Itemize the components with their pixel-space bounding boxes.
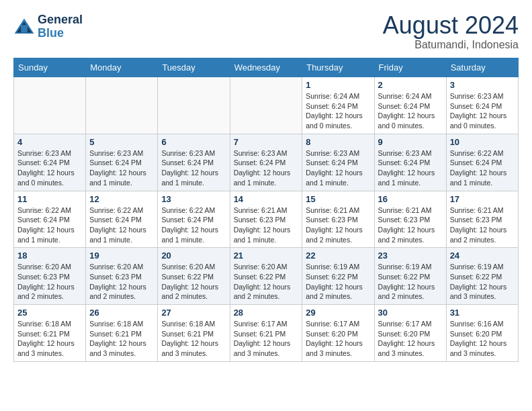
- weekday-header-sunday: Sunday: [14, 58, 86, 77]
- calendar-cell: 6Sunrise: 6:23 AMSunset: 6:24 PMDaylight…: [158, 134, 230, 191]
- day-number: 4: [17, 137, 82, 147]
- calendar-cell: 29Sunrise: 6:17 AMSunset: 6:20 PMDayligh…: [302, 305, 374, 362]
- weekday-header-thursday: Thursday: [302, 58, 374, 77]
- day-info: Sunrise: 6:20 AMSunset: 6:23 PMDaylight:…: [17, 262, 82, 302]
- day-info: Sunrise: 6:23 AMSunset: 6:24 PMDaylight:…: [378, 148, 443, 188]
- month-title: August 2024: [383, 13, 519, 38]
- day-info: Sunrise: 6:21 AMSunset: 6:23 PMDaylight:…: [234, 205, 299, 245]
- day-number: 16: [378, 194, 443, 204]
- day-number: 1: [306, 80, 370, 90]
- calendar-cell: 27Sunrise: 6:18 AMSunset: 6:21 PMDayligh…: [158, 305, 230, 362]
- day-number: 31: [450, 308, 515, 318]
- logo: GeneralBlue: [13, 13, 83, 40]
- calendar-cell: [14, 77, 86, 134]
- day-number: 25: [17, 308, 82, 318]
- day-number: 23: [378, 250, 443, 261]
- day-info: Sunrise: 6:21 AMSunset: 6:23 PMDaylight:…: [450, 205, 515, 245]
- calendar-cell: 8Sunrise: 6:23 AMSunset: 6:24 PMDaylight…: [302, 134, 374, 191]
- day-info: Sunrise: 6:17 AMSunset: 6:21 PMDaylight:…: [234, 319, 299, 359]
- day-info: Sunrise: 6:20 AMSunset: 6:23 PMDaylight:…: [89, 262, 154, 302]
- day-info: Sunrise: 6:22 AMSunset: 6:24 PMDaylight:…: [17, 205, 82, 245]
- calendar-cell: [86, 77, 158, 134]
- calendar-cell: 23Sunrise: 6:19 AMSunset: 6:22 PMDayligh…: [374, 248, 446, 305]
- day-number: 6: [161, 137, 226, 147]
- calendar-cell: 5Sunrise: 6:23 AMSunset: 6:24 PMDaylight…: [86, 134, 158, 191]
- calendar-cell: 30Sunrise: 6:17 AMSunset: 6:20 PMDayligh…: [374, 305, 446, 362]
- calendar-cell: 25Sunrise: 6:18 AMSunset: 6:21 PMDayligh…: [14, 305, 86, 362]
- weekday-header-saturday: Saturday: [446, 58, 518, 77]
- calendar-cell: 12Sunrise: 6:22 AMSunset: 6:24 PMDayligh…: [86, 191, 158, 248]
- calendar-cell: 21Sunrise: 6:20 AMSunset: 6:22 PMDayligh…: [230, 248, 302, 305]
- calendar-cell: 16Sunrise: 6:21 AMSunset: 6:23 PMDayligh…: [374, 191, 446, 248]
- day-number: 11: [17, 194, 82, 204]
- calendar-week-4: 18Sunrise: 6:20 AMSunset: 6:23 PMDayligh…: [14, 248, 519, 305]
- calendar-week-2: 4Sunrise: 6:23 AMSunset: 6:24 PMDaylight…: [14, 134, 519, 191]
- day-info: Sunrise: 6:19 AMSunset: 6:22 PMDaylight:…: [306, 262, 370, 302]
- calendar-cell: 3Sunrise: 6:23 AMSunset: 6:24 PMDaylight…: [446, 77, 518, 134]
- calendar-cell: 13Sunrise: 6:22 AMSunset: 6:24 PMDayligh…: [158, 191, 230, 248]
- day-info: Sunrise: 6:23 AMSunset: 6:24 PMDaylight:…: [161, 148, 226, 188]
- day-info: Sunrise: 6:19 AMSunset: 6:22 PMDaylight:…: [378, 262, 443, 302]
- calendar-header-row: SundayMondayTuesdayWednesdayThursdayFrid…: [14, 58, 519, 77]
- day-info: Sunrise: 6:17 AMSunset: 6:20 PMDaylight:…: [306, 319, 370, 359]
- weekday-header-wednesday: Wednesday: [230, 58, 302, 77]
- calendar-cell: 11Sunrise: 6:22 AMSunset: 6:24 PMDayligh…: [14, 191, 86, 248]
- day-number: 7: [234, 137, 299, 147]
- day-number: 27: [161, 308, 226, 318]
- day-number: 29: [306, 308, 370, 318]
- page-header: GeneralBlue August 2024 Batumandi, Indon…: [13, 13, 519, 51]
- day-info: Sunrise: 6:17 AMSunset: 6:20 PMDaylight:…: [378, 319, 443, 359]
- day-number: 12: [89, 194, 154, 204]
- day-number: 24: [450, 250, 515, 261]
- calendar-cell: [230, 77, 302, 134]
- day-info: Sunrise: 6:23 AMSunset: 6:24 PMDaylight:…: [234, 148, 299, 188]
- calendar-week-3: 11Sunrise: 6:22 AMSunset: 6:24 PMDayligh…: [14, 191, 519, 248]
- day-number: 8: [306, 137, 370, 147]
- day-info: Sunrise: 6:23 AMSunset: 6:24 PMDaylight:…: [17, 148, 82, 188]
- logo-text: GeneralBlue: [38, 13, 83, 40]
- day-number: 26: [89, 308, 154, 318]
- calendar-cell: 28Sunrise: 6:17 AMSunset: 6:21 PMDayligh…: [230, 305, 302, 362]
- day-info: Sunrise: 6:20 AMSunset: 6:22 PMDaylight:…: [234, 262, 299, 302]
- day-number: 5: [89, 137, 154, 147]
- calendar-table: SundayMondayTuesdayWednesdayThursdayFrid…: [13, 58, 519, 362]
- day-info: Sunrise: 6:23 AMSunset: 6:24 PMDaylight:…: [450, 91, 515, 131]
- day-info: Sunrise: 6:18 AMSunset: 6:21 PMDaylight:…: [161, 319, 226, 359]
- day-number: 3: [450, 80, 515, 90]
- calendar-cell: 26Sunrise: 6:18 AMSunset: 6:21 PMDayligh…: [86, 305, 158, 362]
- day-number: 9: [378, 137, 443, 147]
- day-number: 22: [306, 250, 370, 261]
- calendar-cell: 4Sunrise: 6:23 AMSunset: 6:24 PMDaylight…: [14, 134, 86, 191]
- day-info: Sunrise: 6:16 AMSunset: 6:20 PMDaylight:…: [450, 319, 515, 359]
- calendar-cell: 17Sunrise: 6:21 AMSunset: 6:23 PMDayligh…: [446, 191, 518, 248]
- location: Batumandi, Indonesia: [383, 39, 519, 51]
- day-number: 14: [234, 194, 299, 204]
- calendar-cell: 1Sunrise: 6:24 AMSunset: 6:24 PMDaylight…: [302, 77, 374, 134]
- calendar-cell: 24Sunrise: 6:19 AMSunset: 6:22 PMDayligh…: [446, 248, 518, 305]
- calendar-cell: 31Sunrise: 6:16 AMSunset: 6:20 PMDayligh…: [446, 305, 518, 362]
- day-info: Sunrise: 6:24 AMSunset: 6:24 PMDaylight:…: [306, 91, 370, 131]
- day-info: Sunrise: 6:20 AMSunset: 6:22 PMDaylight:…: [161, 262, 226, 302]
- weekday-header-friday: Friday: [374, 58, 446, 77]
- day-info: Sunrise: 6:22 AMSunset: 6:24 PMDaylight:…: [450, 148, 515, 188]
- day-info: Sunrise: 6:23 AMSunset: 6:24 PMDaylight:…: [89, 148, 154, 188]
- day-number: 15: [306, 194, 370, 204]
- day-number: 18: [17, 250, 82, 261]
- day-info: Sunrise: 6:18 AMSunset: 6:21 PMDaylight:…: [89, 319, 154, 359]
- day-info: Sunrise: 6:21 AMSunset: 6:23 PMDaylight:…: [378, 205, 443, 245]
- calendar-week-1: 1Sunrise: 6:24 AMSunset: 6:24 PMDaylight…: [14, 77, 519, 134]
- calendar-cell: 14Sunrise: 6:21 AMSunset: 6:23 PMDayligh…: [230, 191, 302, 248]
- title-block: August 2024 Batumandi, Indonesia: [383, 13, 519, 51]
- calendar-cell: 22Sunrise: 6:19 AMSunset: 6:22 PMDayligh…: [302, 248, 374, 305]
- day-number: 2: [378, 80, 443, 90]
- calendar-cell: 15Sunrise: 6:21 AMSunset: 6:23 PMDayligh…: [302, 191, 374, 248]
- day-info: Sunrise: 6:22 AMSunset: 6:24 PMDaylight:…: [161, 205, 226, 245]
- calendar-cell: 18Sunrise: 6:20 AMSunset: 6:23 PMDayligh…: [14, 248, 86, 305]
- day-number: 19: [89, 250, 154, 261]
- weekday-header-monday: Monday: [86, 58, 158, 77]
- logo-icon: [13, 17, 35, 36]
- day-number: 13: [161, 194, 226, 204]
- day-number: 17: [450, 194, 515, 204]
- calendar-cell: 7Sunrise: 6:23 AMSunset: 6:24 PMDaylight…: [230, 134, 302, 191]
- day-info: Sunrise: 6:24 AMSunset: 6:24 PMDaylight:…: [378, 91, 443, 131]
